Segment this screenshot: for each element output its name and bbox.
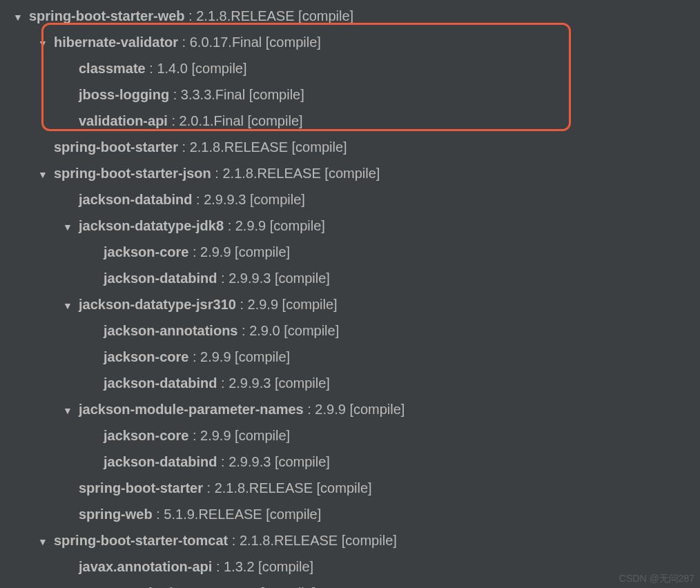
- dependency-scope: [compile]: [275, 375, 330, 391]
- separator: :: [203, 480, 215, 496]
- dependency-name: jackson-databind: [104, 454, 217, 469]
- dependency-name: tomcat-embed-core: [79, 585, 207, 588]
- expand-collapse-icon[interactable]: ▼: [62, 293, 73, 319]
- dependency-version: 2.9.9.3: [229, 375, 271, 391]
- dependency-version: 2.1.8.RELEASE: [215, 480, 313, 496]
- dependency-version: 2.9.9: [200, 244, 231, 259]
- separator: :: [237, 323, 249, 338]
- dependency-version: 3.3.3.Final: [181, 87, 245, 102]
- expand-collapse-icon[interactable]: ▼: [12, 4, 23, 30]
- separator: :: [168, 113, 179, 128]
- tree-node[interactable]: ▼jackson-datatype-jdk8 : 2.9.9 [compile]: [0, 213, 700, 239]
- tree-node[interactable]: jackson-databind : 2.9.9.3 [compile]: [0, 186, 700, 213]
- dependency-version: 2.9.9: [200, 428, 231, 443]
- separator: :: [153, 507, 164, 522]
- dependency-name: jackson-datatype-jsr310: [79, 297, 236, 312]
- tree-node[interactable]: classmate : 1.4.0 [compile]: [0, 55, 700, 81]
- dependency-name: jackson-databind: [104, 375, 217, 391]
- tree-node[interactable]: ▼spring-boot-starter-json : 2.1.8.RELEAS…: [0, 160, 700, 186]
- expand-collapse-icon[interactable]: ▼: [62, 214, 73, 240]
- dependency-version: 1.4.0: [157, 61, 187, 76]
- dependency-scope: [compile]: [260, 585, 315, 588]
- dependency-name: spring-web: [79, 507, 153, 522]
- tree-node[interactable]: jboss-logging : 3.3.3.Final [compile]: [0, 81, 700, 108]
- tree-node[interactable]: tomcat-embed-core : 9.0.24 [compile]: [0, 580, 700, 588]
- separator: :: [217, 454, 229, 469]
- dependency-name: jackson-datatype-jdk8: [79, 218, 224, 233]
- separator: :: [188, 244, 200, 259]
- dependency-name: spring-boot-starter: [54, 139, 178, 155]
- dependency-name: spring-boot-starter: [79, 480, 203, 496]
- dependency-version: 2.1.8.RELEASE: [240, 533, 338, 548]
- dependency-name: spring-boot-starter-tomcat: [54, 533, 228, 548]
- tree-node[interactable]: jackson-core : 2.9.9 [compile]: [0, 239, 700, 265]
- separator: :: [212, 559, 224, 574]
- tree-node[interactable]: ▼spring-boot-starter-web : 2.1.8.RELEASE…: [0, 3, 700, 29]
- dependency-scope: [compile]: [266, 507, 321, 522]
- separator: :: [217, 271, 229, 286]
- dependency-name: jboss-logging: [79, 87, 169, 102]
- dependency-scope: [compile]: [258, 559, 313, 574]
- dependency-scope: [compile]: [282, 297, 338, 312]
- tree-node[interactable]: javax.annotation-api : 1.3.2 [compile]: [0, 553, 700, 580]
- tree-node[interactable]: ▼jackson-module-parameter-names : 2.9.9 …: [0, 396, 700, 422]
- dependency-name: javax.annotation-api: [79, 559, 212, 574]
- dependency-scope: [compile]: [298, 8, 353, 23]
- tree-node[interactable]: spring-web : 5.1.9.RELEASE [compile]: [0, 501, 700, 527]
- separator: :: [178, 139, 190, 155]
- tree-node[interactable]: jackson-annotations : 2.9.0 [compile]: [0, 317, 700, 344]
- tree-node[interactable]: jackson-databind : 2.9.9.3 [compile]: [0, 449, 700, 475]
- expand-collapse-icon[interactable]: ▼: [37, 30, 48, 57]
- dependency-version: 2.9.9: [315, 402, 345, 417]
- tree-node[interactable]: jackson-databind : 2.9.9.3 [compile]: [0, 265, 700, 291]
- dependency-version: 2.9.9: [248, 297, 278, 312]
- tree-node[interactable]: jackson-core : 2.9.9 [compile]: [0, 344, 700, 370]
- dependency-scope: [compile]: [324, 166, 380, 181]
- separator: :: [211, 166, 223, 181]
- dependency-name: jackson-module-parameter-names: [79, 402, 304, 417]
- tree-node[interactable]: ▼spring-boot-starter-tomcat : 2.1.8.RELE…: [0, 527, 700, 553]
- dependency-scope: [compile]: [248, 113, 303, 128]
- separator: :: [228, 533, 240, 548]
- watermark: CSDN @无问287: [619, 573, 694, 585]
- dependency-scope: [compile]: [275, 271, 330, 286]
- dependency-name: jackson-core: [104, 244, 188, 259]
- separator: :: [169, 87, 181, 102]
- dependency-name: jackson-core: [104, 428, 188, 443]
- tree-node[interactable]: spring-boot-starter : 2.1.8.RELEASE [com…: [0, 134, 700, 160]
- dependency-scope: [compile]: [235, 428, 290, 443]
- dependency-name: jackson-databind: [79, 192, 192, 207]
- separator: :: [224, 218, 235, 233]
- tree-node[interactable]: ▼hibernate-validator : 6.0.17.Final [com…: [0, 29, 700, 55]
- tree-node[interactable]: validation-api : 2.0.1.Final [compile]: [0, 108, 700, 134]
- dependency-scope: [compile]: [292, 139, 347, 155]
- dependency-version: 9.0.24: [218, 585, 257, 588]
- tree-node[interactable]: spring-boot-starter : 2.1.8.RELEASE [com…: [0, 475, 700, 501]
- separator: :: [217, 375, 229, 391]
- dependency-version: 2.0.1.Final: [179, 113, 244, 128]
- dependency-name: jackson-annotations: [104, 323, 237, 338]
- separator: :: [146, 61, 157, 76]
- tree-node[interactable]: jackson-databind : 2.9.9.3 [compile]: [0, 370, 700, 396]
- tree-node[interactable]: ▼jackson-datatype-jsr310 : 2.9.9 [compil…: [0, 291, 700, 317]
- expand-collapse-icon[interactable]: ▼: [37, 529, 48, 555]
- dependency-scope: [compile]: [275, 454, 330, 469]
- dependency-name: jackson-databind: [104, 271, 217, 286]
- dependency-version: 2.9.9: [235, 218, 266, 233]
- dependency-scope: [compile]: [235, 349, 290, 364]
- dependency-version: 2.1.8.RELEASE: [222, 166, 320, 181]
- dependency-scope: [compile]: [270, 218, 325, 233]
- dependency-scope: [compile]: [284, 323, 339, 338]
- separator: :: [236, 297, 248, 312]
- dependency-name: classmate: [79, 61, 146, 76]
- tree-node[interactable]: jackson-core : 2.9.9 [compile]: [0, 422, 700, 449]
- expand-collapse-icon[interactable]: ▼: [37, 161, 48, 188]
- dependency-name: spring-boot-starter-json: [54, 166, 211, 181]
- dependency-scope: [compile]: [235, 244, 290, 259]
- expand-collapse-icon[interactable]: ▼: [62, 398, 73, 424]
- dependency-name: spring-boot-starter-web: [29, 8, 185, 23]
- dependency-tree: ▼spring-boot-starter-web : 2.1.8.RELEASE…: [0, 3, 700, 588]
- separator: :: [192, 192, 204, 207]
- dependency-scope: [compile]: [249, 87, 304, 102]
- dependency-version: 2.1.8.RELEASE: [190, 139, 288, 155]
